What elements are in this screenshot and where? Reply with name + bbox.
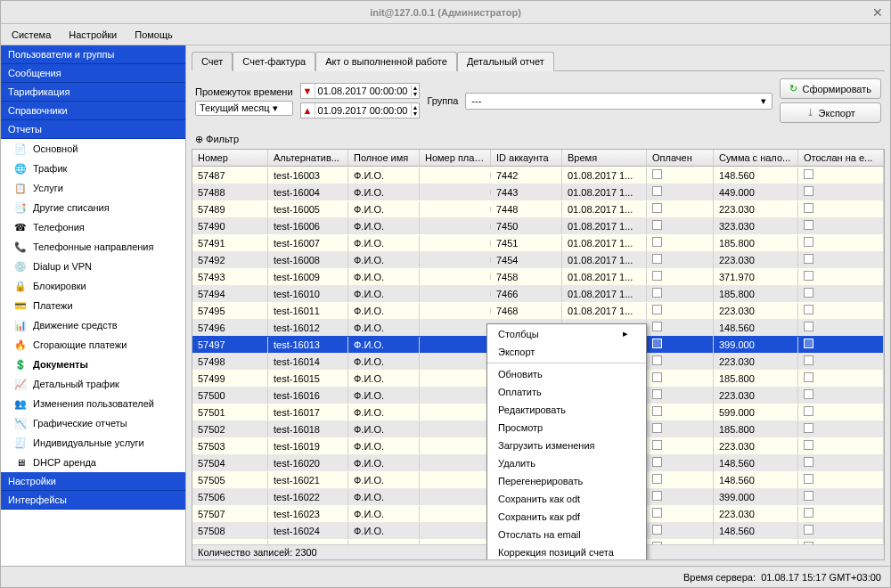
tab-detailed[interactable]: Детальный отчет [457,52,554,71]
sidebar-header-reports[interactable]: Отчеты [1,120,185,139]
checkbox[interactable] [652,254,662,264]
col-accountid[interactable]: ID аккаунта [491,150,562,166]
checkbox[interactable] [804,220,813,230]
sidebar-header-users[interactable]: Пользователи и группы [1,45,185,64]
checkbox[interactable] [652,288,662,298]
spinner-down-icon[interactable]: ▼ [412,91,420,97]
checkbox[interactable] [804,254,813,264]
checkbox[interactable] [804,288,813,298]
checkbox[interactable] [804,457,813,467]
col-payment[interactable]: Номер плате... [420,150,491,166]
context-menu-item[interactable]: Перегенерировать [487,472,646,490]
table-row[interactable]: 57492test-16008Ф.И.О.745401.08.2017 1...… [192,251,884,268]
tab-invoice[interactable]: Счет [192,52,233,71]
context-menu-item[interactable]: Удалить [487,454,646,472]
checkbox[interactable] [652,406,662,416]
col-fullname[interactable]: Полное имя [348,150,420,166]
menu-help[interactable]: Помощь [129,28,178,42]
filter-toggle[interactable]: ⊕ Фильтр [195,134,239,144]
sidebar-item[interactable]: 📑Другие списания [1,198,185,217]
tab-invoice-factura[interactable]: Счет-фактура [233,52,315,71]
checkbox[interactable] [804,186,813,196]
sidebar-item[interactable]: 🧾Индивидуальные услуги [1,433,185,453]
checkbox[interactable] [652,423,662,433]
checkbox[interactable] [804,406,813,416]
checkbox[interactable] [652,271,662,281]
checkbox[interactable] [804,271,813,281]
checkbox[interactable] [652,491,662,501]
sidebar-header-tarification[interactable]: Тарификация [1,83,185,102]
checkbox[interactable] [804,237,813,247]
tab-act[interactable]: Акт о выполненной работе [315,52,457,71]
context-menu-item[interactable]: Просмотр [487,419,646,437]
sidebar-item[interactable]: 📋Услуги [1,178,185,198]
sidebar-header-reference[interactable]: Справочники [1,102,185,120]
checkbox[interactable] [652,186,662,196]
checkbox[interactable] [652,322,662,331]
sidebar-item[interactable]: 📊Движение средств [1,315,185,335]
date-from-input[interactable]: ▼ 01.08.2017 00:00:00 ▲▼ [300,83,421,99]
checkbox[interactable] [804,440,813,450]
checkbox[interactable] [652,372,662,382]
table-row[interactable]: 57495test-16011Ф.И.О.746801.08.2017 1...… [192,302,884,319]
sidebar-item[interactable]: 👥Изменения пользователей [1,394,185,413]
checkbox[interactable] [652,237,662,247]
context-menu-item[interactable]: Столбцы▸ [487,324,646,343]
context-menu-item[interactable]: Оплатить [487,383,646,401]
sidebar-item[interactable]: 📞Телефонные направления [1,237,185,257]
group-select[interactable]: --- ▾ [465,93,772,110]
sidebar-item[interactable]: 📄Основной [1,139,185,159]
sidebar-item[interactable]: 🔥Сгорающие платежи [1,335,185,355]
checkbox[interactable] [652,508,662,518]
col-sum[interactable]: Сумма с нало... [714,150,798,166]
close-icon[interactable]: ✕ [872,5,883,20]
sidebar-item[interactable]: ☎Телефония [1,217,185,237]
checkbox[interactable] [652,474,662,484]
checkbox[interactable] [652,220,662,230]
checkbox[interactable] [804,372,813,382]
table-row[interactable]: 57487test-16003Ф.И.О.744201.08.2017 1...… [192,167,884,184]
context-menu-item[interactable]: Коррекция позиций счета [487,543,646,560]
checkbox[interactable] [804,474,813,484]
sidebar-item[interactable]: 🔒Блокировки [1,276,185,296]
checkbox[interactable] [804,339,813,348]
checkbox[interactable] [652,355,662,365]
context-menu-item[interactable]: Сохранить как pdf [487,508,646,526]
col-paid[interactable]: Оплачен [647,150,714,166]
table-row[interactable]: 57490test-16006Ф.И.О.745001.08.2017 1...… [192,217,884,234]
col-time[interactable]: Время [562,150,647,166]
checkbox[interactable] [804,322,813,331]
col-number[interactable]: Номер [192,150,268,166]
sidebar-header-interfaces[interactable]: Интерфейсы [1,491,185,510]
sidebar-item[interactable]: 📉Графические отчеты [1,413,185,433]
checkbox[interactable] [804,423,813,433]
context-menu-item[interactable]: Редактировать [487,401,646,419]
sidebar-header-messages[interactable]: Сообщения [1,64,185,83]
sidebar-item[interactable]: 💳Платежи [1,296,185,315]
export-button[interactable]: ⤓Экспорт [780,102,881,123]
context-menu-item[interactable]: Загрузить изменения [487,437,646,454]
sidebar-item[interactable]: 💲Документы [1,355,185,374]
checkbox[interactable] [652,389,662,399]
checkbox[interactable] [804,169,813,179]
period-select[interactable]: Текущий месяц ▾ [195,101,293,116]
checkbox[interactable] [652,305,662,314]
checkbox[interactable] [804,389,813,399]
sidebar-item[interactable]: 🖥DHCP аренда [1,453,185,472]
table-row[interactable]: 57491test-16007Ф.И.О.745101.08.2017 1...… [192,234,884,251]
context-menu-item[interactable]: Отослать на email [487,526,646,543]
table-row[interactable]: 57494test-16010Ф.И.О.746601.08.2017 1...… [192,285,884,302]
checkbox[interactable] [804,305,813,314]
context-menu-item[interactable]: Сохранить как odt [487,490,646,508]
checkbox[interactable] [652,525,662,535]
sidebar-item[interactable]: 🌐Трафик [1,159,185,178]
checkbox[interactable] [804,491,813,501]
checkbox[interactable] [652,203,662,213]
context-menu-item[interactable]: Обновить [487,365,646,383]
checkbox[interactable] [652,457,662,467]
checkbox[interactable] [804,525,813,535]
col-altname[interactable]: Альтернатив... [268,150,348,166]
date-to-input[interactable]: ▲ 01.09.2017 00:00:00 ▲▼ [300,102,421,118]
sidebar-header-settings2[interactable]: Настройки [1,472,185,491]
checkbox[interactable] [652,339,662,348]
